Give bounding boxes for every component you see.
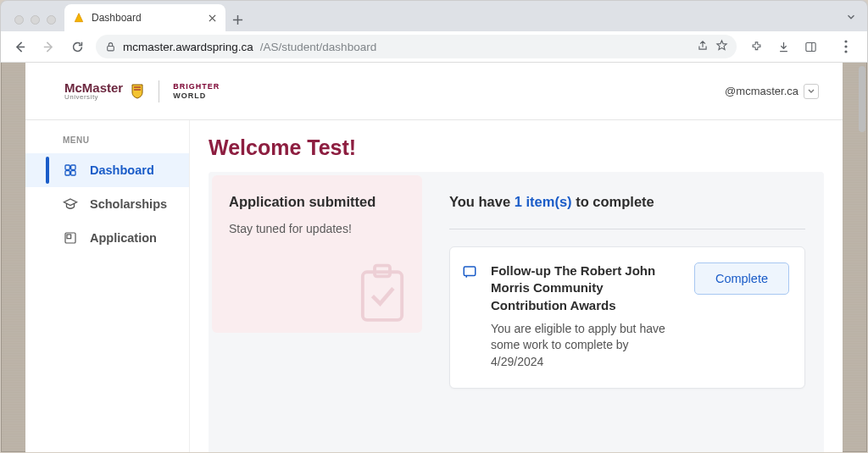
main-content: Welcome Test! Application submitted Stay…: [190, 120, 843, 452]
app-body: MENU Dashboard Scholarships Application: [25, 120, 843, 452]
svg-rect-14: [464, 267, 476, 276]
tab-title: Dashboard: [92, 12, 200, 24]
nav-back-button[interactable]: [9, 36, 30, 57]
tabs: Dashboard: [64, 1, 867, 31]
window-max-dot[interactable]: [47, 15, 56, 25]
user-email: @mcmaster.ca: [725, 85, 798, 97]
svg-rect-12: [363, 272, 402, 320]
task-title: Follow-up The Robert John Morris Communi…: [491, 262, 682, 314]
application-icon: [63, 231, 78, 245]
svg-rect-6: [65, 165, 70, 169]
lock-icon: [104, 41, 116, 52]
menu-section-label: MENU: [25, 129, 189, 153]
dashboard-icon: [63, 163, 78, 177]
task-card: Follow-up The Robert John Morris Communi…: [449, 246, 805, 389]
svg-rect-0: [107, 46, 114, 50]
complete-button[interactable]: Complete: [694, 262, 789, 295]
sidebar: MENU Dashboard Scholarships Application: [25, 120, 190, 452]
url-path: /AS/student/dashboard: [260, 41, 376, 53]
window-close-dot[interactable]: [14, 15, 24, 25]
new-tab-button[interactable]: [225, 8, 249, 31]
sidebar-item-label: Application: [90, 231, 157, 245]
tab-overflow-icon[interactable]: [845, 11, 857, 31]
menu-dots-icon[interactable]: [838, 40, 854, 53]
user-dropdown-icon[interactable]: [804, 84, 819, 99]
app-header: McMaster University BRIGHTER WORLD @mcma…: [25, 63, 843, 120]
tab-close-icon[interactable]: [207, 13, 217, 23]
divider: [449, 229, 805, 229]
share-icon[interactable]: [697, 40, 709, 54]
url-input[interactable]: mcmaster.awardspring.ca/AS/student/dashb…: [96, 35, 737, 58]
submitted-subtitle: Stay tuned for updates!: [229, 222, 405, 235]
downloads-icon[interactable]: [776, 41, 791, 53]
sidebar-item-label: Scholarships: [90, 197, 167, 211]
viewport-scroll-thumb[interactable]: [859, 66, 865, 132]
tasks-count: 1 item(s): [515, 194, 572, 209]
svg-rect-7: [71, 165, 75, 169]
submitted-title: Application submitted: [229, 194, 405, 210]
clipboard-check-icon: [356, 263, 409, 328]
svg-rect-11: [67, 235, 71, 239]
tab-favicon-icon: [73, 12, 85, 24]
graduation-cap-icon: [63, 196, 78, 212]
url-host: mcmaster.awardspring.ca: [123, 41, 253, 53]
tasks-column: You have 1 item(s) to complete Follow-up…: [426, 172, 824, 452]
nav-forward-button[interactable]: [38, 36, 58, 57]
application-submitted-card: Application submitted Stay tuned for upd…: [212, 175, 422, 333]
svg-rect-8: [65, 171, 70, 175]
welcome-heading: Welcome Test!: [209, 135, 824, 160]
followup-icon: [462, 262, 479, 283]
browser-tab-strip: Dashboard: [0, 0, 868, 31]
dashboard-panels: Application submitted Stay tuned for upd…: [209, 172, 824, 452]
crest-icon: [131, 83, 145, 100]
svg-rect-1: [805, 42, 815, 51]
svg-point-4: [844, 45, 847, 47]
tasks-heading: You have 1 item(s) to complete: [449, 194, 805, 210]
brand-mcmaster-text: McMaster University: [64, 82, 123, 101]
sidebar-item-label: Dashboard: [90, 163, 154, 177]
extensions-icon[interactable]: [748, 41, 764, 53]
user-menu[interactable]: @mcmaster.ca: [725, 84, 819, 99]
sidebar-item-application[interactable]: Application: [25, 221, 189, 255]
svg-rect-9: [71, 171, 75, 175]
toolbar-right-icons: [748, 40, 854, 53]
panel-icon[interactable]: [803, 41, 818, 53]
svg-point-3: [844, 40, 847, 42]
viewport-scrollbar[interactable]: [859, 66, 865, 450]
sidebar-item-scholarships[interactable]: Scholarships: [25, 187, 189, 221]
brand-separator: [159, 80, 159, 102]
brand-brighter-text: BRIGHTER WORLD: [173, 82, 220, 100]
svg-point-5: [844, 50, 847, 52]
sidebar-item-dashboard[interactable]: Dashboard: [25, 153, 189, 187]
bookmark-star-icon[interactable]: [715, 39, 728, 54]
task-desc: You are eligible to apply but have some …: [491, 321, 682, 371]
window-min-dot[interactable]: [31, 15, 40, 25]
address-bar: mcmaster.awardspring.ca/AS/student/dashb…: [0, 31, 868, 63]
browser-tab[interactable]: Dashboard: [64, 4, 225, 31]
nav-reload-button[interactable]: [67, 36, 87, 57]
brand-logo[interactable]: McMaster University BRIGHTER WORLD: [64, 80, 220, 102]
window-controls: [1, 15, 56, 31]
app-page: McMaster University BRIGHTER WORLD @mcma…: [25, 63, 843, 452]
task-text: Follow-up The Robert John Morris Communi…: [491, 262, 682, 371]
